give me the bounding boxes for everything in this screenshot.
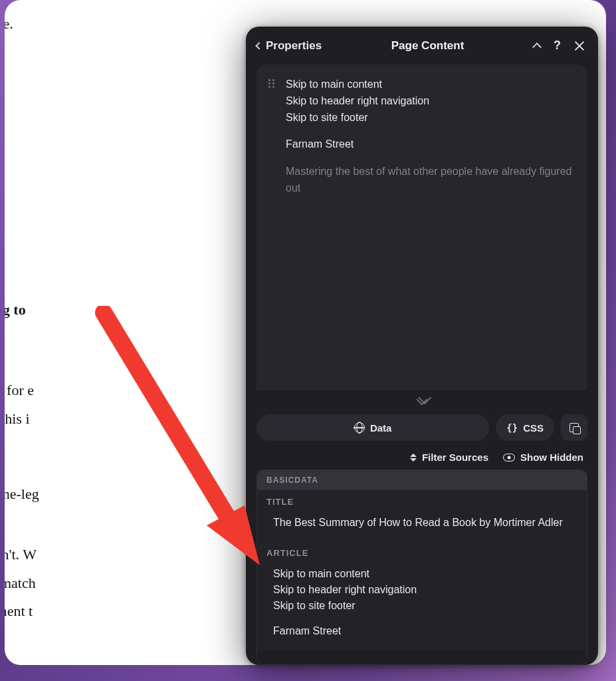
- tab-css[interactable]: {} CSS: [496, 414, 554, 441]
- close-icon[interactable]: [574, 41, 585, 51]
- panel-header: Properties Page Content ?: [246, 27, 598, 65]
- article-line: Skip to main content: [273, 566, 575, 582]
- globe-icon: [354, 422, 365, 433]
- content-line: Skip to main content: [286, 76, 382, 93]
- section-basicdata[interactable]: BASICDATA: [257, 470, 587, 490]
- sort-icon: [410, 454, 417, 462]
- collapse-icon[interactable]: [532, 42, 542, 51]
- tab-data[interactable]: Data: [257, 414, 489, 441]
- back-button[interactable]: Properties: [257, 39, 322, 53]
- filter-label: Show Hidden: [520, 452, 583, 463]
- section-article-value: Skip to main content Skip to header righ…: [257, 563, 587, 650]
- show-hidden-button[interactable]: Show Hidden: [503, 452, 583, 463]
- page-content-preview[interactable]: Skip to main content Skip to header righ…: [257, 65, 587, 390]
- tab-label: Data: [370, 422, 392, 434]
- filter-row: Filter Sources Show Hidden: [246, 448, 598, 470]
- popout-button[interactable]: [561, 414, 587, 441]
- article-line: Skip to site footer: [273, 598, 575, 614]
- inspector-panel: Properties Page Content ? Skip to main c…: [246, 27, 598, 665]
- panel-title: Page Content: [330, 39, 526, 53]
- filter-sources-button[interactable]: Filter Sources: [410, 452, 488, 463]
- drag-handle-icon[interactable]: [268, 79, 276, 88]
- content-line: Skip to header right navigation: [286, 93, 575, 110]
- content-line: Skip to site footer: [286, 110, 575, 126]
- content-line: Farnam Street: [286, 136, 575, 153]
- back-label: Properties: [266, 39, 322, 53]
- article-line: Farnam Street: [273, 623, 575, 639]
- eye-icon: [503, 454, 515, 462]
- data-list: BASICDATA TITLE The Best Summary of How …: [257, 470, 587, 665]
- tab-label: CSS: [523, 422, 544, 434]
- popout-icon: [569, 423, 579, 432]
- content-line-faded: Mastering the best of what other people …: [286, 164, 575, 197]
- chevron-left-icon: [255, 42, 262, 49]
- chevron-down-icon: [417, 394, 428, 406]
- tab-row: Data {} CSS: [246, 414, 598, 448]
- resize-handle[interactable]: [246, 392, 598, 408]
- article-line: Skip to header right navigation: [273, 582, 575, 598]
- section-title-value: The Best Summary of How to Read a Book b…: [257, 512, 587, 541]
- help-icon[interactable]: ?: [554, 39, 561, 53]
- section-article-label[interactable]: ARTICLE: [257, 541, 587, 563]
- braces-icon: {}: [506, 422, 518, 433]
- section-title-label[interactable]: TITLE: [257, 490, 587, 512]
- filter-label: Filter Sources: [422, 452, 488, 463]
